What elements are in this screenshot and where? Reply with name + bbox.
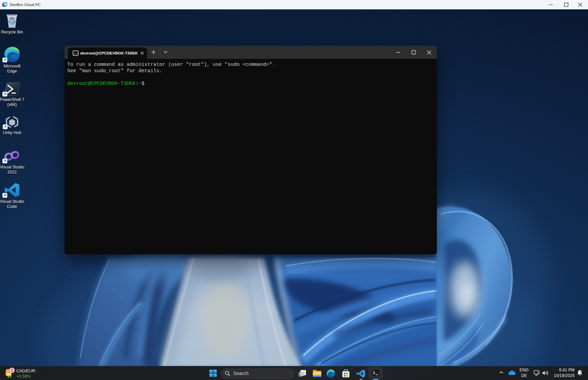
svg-text:c:\: c:\ xyxy=(74,52,79,55)
svg-text:z: z xyxy=(581,370,582,372)
